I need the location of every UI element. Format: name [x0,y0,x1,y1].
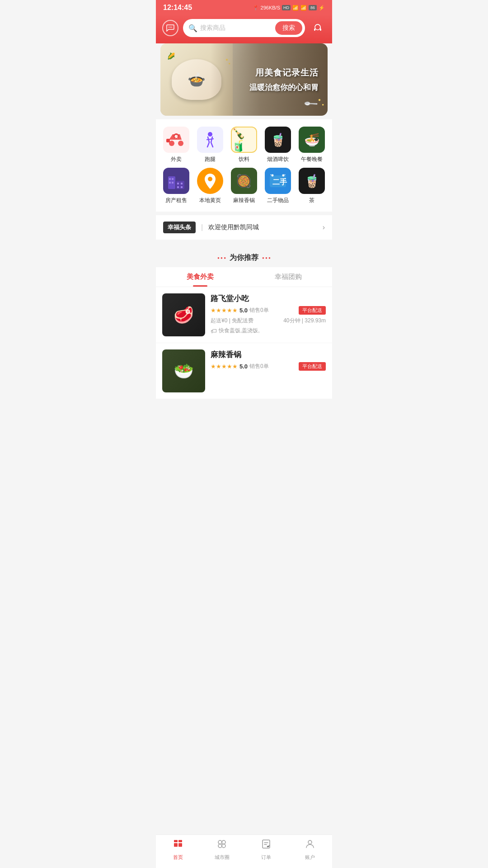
svg-point-1 [170,27,171,28]
category-icon-bendi [197,168,223,194]
tag-icon-1: 🏷 [211,327,217,335]
svg-rect-15 [169,182,171,184]
category-label-wucan: 午餐晚餐 [301,156,323,163]
category-item-cha[interactable]: 🧋 茶 [297,168,327,204]
category-item-waimai[interactable]: 餐 外卖 [161,127,191,163]
food-tags-1: 🏷 快食盖饭,盖浇饭, [211,327,326,335]
svg-rect-20 [177,186,179,188]
svg-rect-8 [166,139,170,142]
category-label-fangchan: 房产租售 [165,197,187,204]
svg-rect-4 [314,28,315,31]
food-rating-1: 5.0 [239,307,248,314]
svg-rect-5 [320,28,321,31]
category-item-ershou[interactable]: 二手 二手物品 [263,168,293,204]
category-item-fangchan[interactable]: 房产租售 [161,168,191,204]
food-badge-1: 平台配送 [299,306,326,315]
location-icon: 📍 [253,5,259,11]
svg-rect-19 [181,183,183,184]
food-sales-1: 销售0单 [249,307,269,314]
food-list: 🥩 路飞堂小吃 ★★★★★ 5.0 销售0单 平台配送 起送¥0 | 免配送费 … [156,287,332,399]
search-icon: 🔍 [188,24,197,33]
food-delivery-time-1: 40分钟 | 329.93m [283,317,326,325]
svg-point-2 [171,27,172,28]
banner-line2: 温暖治愈你的心和胃 [249,82,319,93]
network-speed: 296KB/S [261,5,280,10]
svg-text:二手: 二手 [272,178,287,186]
wifi-icon: 📶 [292,5,299,11]
category-label-waimai: 外卖 [171,156,182,163]
status-bar: 12:14:45 📍 296KB/S HD 📶 📶 86 ⚡ [156,0,332,14]
category-icon-mala: 🥘 [231,168,257,194]
status-time: 12:14:45 [163,4,192,12]
food-rating-row-2: ★★★★★ 5.0 销售0单 平台配送 [211,362,326,371]
food-stars-2: ★★★★★ [211,363,238,370]
category-item-yanjiuyin[interactable]: 🧋 烟酒啤饮 [263,127,293,163]
tabs: 美食外卖 幸福团购 [156,267,332,287]
category-icon-yinliao: 🍾🧃 [231,127,257,153]
food-stars-1: ★★★★★ [211,307,238,314]
svg-point-22 [208,177,212,181]
recommend-section: ● ● ● 为你推荐 ● ● ● 美食外卖 幸福团购 🥩 路飞堂小吃 ★★★★★… [156,243,332,399]
category-grid: 餐 外卖 跑腿 🍾🧃 饮料 🧋 [161,127,327,204]
news-banner[interactable]: 幸福头条 | 欢迎使用黔凯同城 › [156,215,332,240]
food-rating-row-1: ★★★★★ 5.0 销售0单 平台配送 [211,306,326,315]
category-section: 餐 外卖 跑腿 🍾🧃 饮料 🧋 [156,119,332,212]
food-item-2[interactable]: 🥗 麻辣香锅 ★★★★★ 5.0 销售0单 平台配送 [156,343,332,399]
category-label-cha: 茶 [309,197,314,204]
food-info-2: 麻辣香锅 ★★★★★ 5.0 销售0单 平台配送 [211,349,326,392]
svg-rect-21 [181,186,183,188]
category-icon-ershou: 二手 [265,168,291,194]
signal-icon: 📶 [300,5,307,11]
search-placeholder: 搜索商品 [200,24,272,32]
food-rating-2: 5.0 [239,363,248,370]
category-label-yinliao: 饮料 [239,156,249,163]
news-text: 欢迎使用黔凯同城 [208,223,317,231]
category-item-yinliao[interactable]: 🍾🧃 饮料 [229,127,258,163]
category-label-paotui: 跑腿 [205,156,216,163]
hd-icon: HD [282,5,291,10]
food-min-order-1: 起送¥0 | 免配送费 [211,317,253,325]
search-button[interactable]: 搜索 [275,21,302,35]
svg-rect-16 [172,182,174,184]
svg-point-11 [208,132,212,137]
category-item-paotui[interactable]: 跑腿 [195,127,225,163]
food-info-1: 路飞堂小吃 ★★★★★ 5.0 销售0单 平台配送 起送¥0 | 免配送费 40… [211,293,326,336]
food-sales-2: 销售0单 [249,363,269,370]
headset-icon[interactable] [310,20,326,36]
svg-rect-13 [169,178,171,180]
category-icon-wucan: 🍜 [299,127,325,153]
status-icons: 📍 296KB/S HD 📶 📶 86 ⚡ [253,5,325,11]
food-tag-text-1: 快食盖饭,盖浇饭, [219,327,260,335]
news-tag: 幸福头条 [163,222,196,233]
search-bar[interactable]: 🔍 搜索商品 搜索 [183,19,305,37]
category-item-mala[interactable]: 🥘 麻辣香锅 [229,168,258,204]
battery-icon: 86 [309,5,317,10]
food-item-1[interactable]: 🥩 路飞堂小吃 ★★★★★ 5.0 销售0单 平台配送 起送¥0 | 免配送费 … [156,287,332,343]
banner-line1: 用美食记录生活 [249,67,319,79]
dot-right: ● ● ● [262,256,271,260]
food-name-2: 麻辣香锅 [211,349,326,360]
dot-left: ● ● ● [217,256,226,260]
category-label-yanjiuyin: 烟酒啤饮 [267,156,289,163]
charging-icon: ⚡ [319,5,325,11]
category-item-wucan[interactable]: 🍜 午餐晚餐 [297,127,327,163]
category-icon-yanjiuyin: 🧋 [265,127,291,153]
food-image-2: 🥗 [162,349,205,392]
category-icon-waimai: 餐 [163,127,189,153]
svg-point-7 [178,141,183,146]
recommend-header: ● ● ● 为你推荐 ● ● ● [156,247,332,267]
svg-rect-14 [172,178,174,180]
food-delivery-row-1: 起送¥0 | 免配送费 40分钟 | 329.93m [211,317,326,325]
banner: 🍲 🌽 ● ● 用美食记录生活 温暖治愈你的心和胃 🥄 ● ● [160,43,328,116]
chat-icon[interactable] [162,20,178,36]
category-icon-cha: 🧋 [299,168,325,194]
food-image-1: 🥩 [162,293,205,336]
category-label-bendi: 本地黄页 [199,197,221,204]
category-item-bendi[interactable]: 本地黄页 [195,168,225,204]
svg-rect-18 [177,183,179,184]
recommend-title: 为你推荐 [230,253,258,263]
tab-group[interactable]: 幸福团购 [244,267,332,287]
tab-food[interactable]: 美食外卖 [156,267,244,287]
svg-point-25 [271,174,274,177]
food-name-1: 路飞堂小吃 [211,293,326,304]
